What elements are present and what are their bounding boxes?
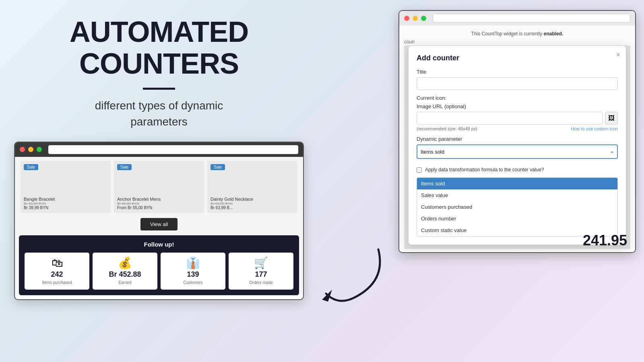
dot-yellow-right[interactable]	[413, 16, 418, 21]
product-area: Sale Bangle Bracelet Br 42,99 BYN Br 39,…	[15, 157, 303, 213]
dynamic-param-select-wrapper: Items sold ⌃	[417, 144, 618, 163]
current-icon-label: Current icon:	[417, 95, 618, 101]
price-new-3: Br 63,99 B...	[211, 206, 233, 210]
svg-marker-0	[322, 290, 332, 302]
arrow-container	[314, 233, 394, 314]
follow-title: Follow up!	[25, 241, 293, 248]
dropdown-list: Items sold Sales value Customers purchas…	[417, 177, 618, 237]
dropdown-item-3[interactable]: Orders number	[417, 213, 617, 224]
transformation-checkbox[interactable]	[417, 167, 422, 173]
dot-red-right[interactable]	[404, 16, 409, 21]
counter-number-2: 139	[187, 270, 199, 279]
decorative-arrow	[314, 233, 394, 314]
sale-badge-1: Sale	[24, 164, 38, 170]
browser-content-left: Sale Bangle Bracelet Br 42,99 BYN Br 39,…	[15, 157, 303, 295]
counter-card-2: 👔 139 Customers	[161, 253, 225, 290]
product-card-1: Sale Bangle Bracelet Br 42,99 BYN Br 39,…	[21, 161, 111, 213]
dropdown-item-2[interactable]: Customers purchased	[417, 201, 617, 213]
counter-icon-1: 💰	[118, 257, 132, 269]
sale-badge-2: Sale	[117, 164, 132, 170]
image-picker-button[interactable]: 🖼	[605, 112, 618, 125]
title-field-label: Title	[417, 69, 618, 75]
counter-icon-0: 🛍	[52, 257, 63, 269]
dynamic-param-select[interactable]: Items sold	[417, 144, 618, 159]
coun-label: coun	[404, 39, 630, 45]
counter-card-0: 🛍 242 Items purchased	[25, 253, 89, 290]
counter-label-0: Items purchased	[42, 280, 72, 285]
dot-green-right[interactable]	[421, 16, 426, 21]
price-old-3: Br 69,99 BYN	[211, 202, 233, 206]
image-url-row: 🖼	[417, 112, 618, 125]
counter-number-3: 177	[255, 270, 267, 279]
subtitle: different types of dynamic parameters	[95, 98, 223, 129]
right-browser-content: This CountTop widget is currently enable…	[399, 25, 635, 252]
follow-section: Follow up! 🛍 242 Items purchased 💰 Br 45…	[19, 235, 299, 295]
price-old-1: Br 42,99 BYN	[24, 202, 46, 206]
counter-label-3: Orders made	[249, 280, 272, 285]
checkbox-row: Apply data transformation formula to the…	[417, 167, 618, 173]
image-url-input[interactable]	[417, 112, 603, 125]
counter-label-2: Customers	[183, 280, 202, 285]
view-all-button[interactable]: View all	[140, 218, 178, 230]
counttop-notice: This CountTop widget is currently enable…	[404, 29, 630, 39]
counter-icon-2: 👔	[186, 257, 200, 269]
add-counter-modal: × Add counter Title Current icon: Image …	[408, 45, 626, 245]
urlbar-left[interactable]	[48, 145, 298, 154]
counter-label-1: Earned	[118, 280, 131, 285]
modal-backdrop: × Add counter Title Current icon: Image …	[404, 45, 630, 249]
number-display: 241.95	[583, 232, 627, 249]
dropdown-item-0[interactable]: Items sold	[417, 178, 617, 189]
main-title: AUTOMATED COUNTERS	[70, 16, 248, 80]
image-url-label: Image URL (optional)	[417, 103, 618, 109]
product-name-3: Dainty Gold Necklace	[211, 181, 253, 202]
counter-icon-3: 🛒	[254, 257, 268, 269]
image-hint-row: (recommended size: 48x48 px) How to use …	[417, 126, 618, 131]
price-new-1: Br 39,99 BYN	[24, 206, 48, 210]
browser-titlebar-right	[399, 11, 635, 25]
counter-number-1: Br 452.88	[109, 270, 141, 279]
dynamic-param-label: Dynamic parameter	[417, 136, 618, 142]
product-card-2: Sale Anchor Bracelet Mens Br 85,00 BYN F…	[114, 161, 204, 213]
transformation-checkbox-label: Apply data transformation formula to the…	[425, 167, 544, 173]
sale-badge-3: Sale	[211, 164, 225, 170]
dropdown-item-1[interactable]: Sales value	[417, 189, 617, 201]
product-name-2: Anchor Bracelet Mens	[117, 181, 161, 202]
counter-cards: 🛍 242 Items purchased 💰 Br 452.88 Earned…	[25, 253, 293, 290]
counter-card-1: 💰 Br 452.88 Earned	[93, 253, 157, 290]
image-size-hint: (recommended size: 48x48 px)	[417, 126, 477, 131]
modal-close-button[interactable]: ×	[616, 51, 620, 59]
product-name-1: Bangle Bracelet	[24, 181, 55, 202]
modal-title: Add counter	[417, 54, 618, 62]
price-old-2: Br 85,00 BYN	[117, 202, 139, 206]
counter-card-3: 🛒 177 Orders made	[229, 253, 293, 290]
how-to-custom-icon-link[interactable]: How to use custom icon	[571, 126, 618, 131]
browser-window-left: Sale Bangle Bracelet Br 42,99 BYN Br 39,…	[14, 142, 304, 300]
browser-titlebar-left	[15, 142, 303, 157]
left-panel: AUTOMATED COUNTERS different types of dy…	[0, 0, 318, 362]
dot-green-left[interactable]	[37, 147, 42, 152]
browser-window-right: This CountTop widget is currently enable…	[398, 10, 636, 253]
title-divider	[143, 88, 175, 90]
dot-yellow-left[interactable]	[28, 147, 33, 152]
dot-red-left[interactable]	[20, 147, 25, 152]
price-new-2: From Br 55,00 BYN	[117, 206, 152, 210]
title-field-input[interactable]	[417, 77, 618, 90]
urlbar-right[interactable]	[433, 14, 630, 23]
product-card-3: Sale Dainty Gold Necklace Br 69,99 BYN B…	[207, 161, 297, 213]
right-panel: This CountTop widget is currently enable…	[398, 10, 636, 253]
counter-number-0: 242	[51, 270, 63, 279]
